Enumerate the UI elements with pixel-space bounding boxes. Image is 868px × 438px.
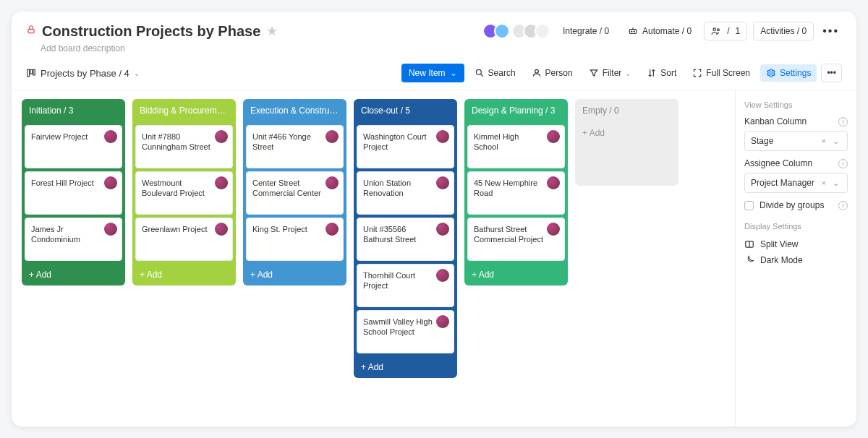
add-card-button[interactable]: + Add [354, 356, 457, 378]
kanban-card[interactable]: Washington Court Project [357, 125, 454, 168]
add-card-button[interactable]: + Add [464, 264, 568, 285]
kanban-card[interactable]: Fairview Project [25, 125, 122, 168]
svg-point-4 [713, 28, 716, 31]
chevron-down-icon: ⌄ [134, 69, 140, 77]
assignee-column-label: Assignee Column i [744, 158, 848, 168]
column-header[interactable]: Close-out / 5 [354, 99, 457, 122]
kanban-card[interactable]: 45 New Hemphire Road [467, 171, 565, 215]
add-card-button[interactable]: + Add [243, 264, 346, 285]
kanban-card[interactable]: Thornhill Court Project [357, 264, 454, 307]
svg-rect-8 [33, 69, 35, 75]
assignee-avatar[interactable] [326, 176, 339, 189]
view-selector[interactable]: Projects by Phase / 4 ⌄ [26, 68, 140, 79]
filter-icon [589, 68, 599, 78]
info-icon[interactable]: i [838, 201, 848, 210]
kanban-card[interactable]: Bathurst Street Commercial Project [467, 218, 565, 261]
search-button[interactable]: Search [469, 64, 522, 82]
kanban-card[interactable]: Sawmill Valley High School Project [357, 310, 454, 353]
kanban-card[interactable]: James Jr Condominium [25, 218, 122, 261]
add-card-button[interactable]: + Add [132, 264, 236, 285]
svg-point-2 [631, 31, 632, 32]
card-title: Kimmel High School [474, 132, 558, 153]
fullscreen-label: Full Screen [706, 68, 750, 78]
checkbox-box [744, 201, 754, 210]
person-filter-button[interactable]: Person [526, 64, 579, 82]
kanban-card[interactable]: Kimmel High School [467, 125, 565, 168]
clear-caret: × ⌄ [822, 179, 841, 188]
assignee-avatar[interactable] [436, 223, 449, 236]
clear-caret: × ⌄ [822, 137, 841, 146]
fullscreen-button[interactable]: Full Screen [686, 64, 756, 82]
split-view-toggle[interactable]: Split View [744, 236, 848, 252]
assignee-avatar[interactable] [326, 223, 339, 236]
settings-button[interactable]: Settings [760, 64, 817, 82]
sort-button[interactable]: Sort [641, 64, 682, 82]
column-header[interactable]: Bidding & Procurement / 3 [132, 99, 236, 122]
filter-button[interactable]: Filter ⌄ [583, 64, 637, 82]
robot-icon [628, 26, 638, 36]
kanban-card[interactable]: Greenlawn Project [135, 218, 233, 261]
assignee-avatar[interactable] [547, 130, 560, 143]
info-icon[interactable]: i [838, 159, 848, 168]
kanban-column-label: Kanban Column i [744, 116, 848, 126]
kanban-card[interactable]: Union Station Renovation [357, 171, 454, 215]
header-avatars-2[interactable] [516, 23, 550, 39]
divide-by-groups-checkbox[interactable]: Divide by groups i [744, 200, 848, 210]
integrate-button[interactable]: Integrate / 0 [556, 22, 616, 40]
card-title: Bathurst Street Commercial Project [474, 224, 558, 245]
assignee-column-select[interactable]: Project Manager × ⌄ [744, 173, 848, 193]
assignee-avatar[interactable] [547, 176, 560, 189]
assignee-avatar[interactable] [436, 269, 449, 282]
board-description[interactable]: Add board description [12, 43, 856, 59]
kanban-card[interactable]: Westmount Boulevard Project [135, 171, 233, 215]
gear-icon [766, 68, 776, 78]
kanban-card[interactable]: Unit #35566 Bathurst Street [357, 218, 454, 261]
kanban-column-select[interactable]: Stage × ⌄ [744, 131, 848, 151]
kanban-card[interactable]: Unit #466 Yonge Street [246, 125, 344, 168]
kanban-card[interactable]: Center Street Commercial Center [246, 171, 344, 215]
activities-button[interactable]: Activities / 0 [753, 22, 814, 40]
info-icon[interactable]: i [838, 117, 848, 126]
automate-button[interactable]: Automate / 0 [621, 22, 698, 40]
add-card-button[interactable]: + Add [22, 264, 125, 285]
add-card-button[interactable]: + Add [575, 122, 678, 144]
star-icon[interactable]: ★ [266, 23, 278, 39]
column-header[interactable]: Execution & Constructio... [243, 99, 346, 122]
kanban-card[interactable]: King St. Project [246, 218, 344, 261]
svg-rect-7 [30, 69, 33, 74]
toolbar-more-button[interactable]: ••• [821, 64, 842, 82]
app-window: Construction Projects by Phase ★ Integra… [12, 12, 856, 426]
assignee-avatar[interactable] [436, 315, 449, 328]
card-title: Center Street Commercial Center [252, 178, 337, 199]
assignee-avatar[interactable] [104, 176, 117, 189]
assignee-avatar[interactable] [104, 223, 117, 236]
assignee-avatar[interactable] [215, 176, 228, 189]
board-title: Construction Projects by Phase [42, 23, 260, 40]
kanban-card[interactable]: Unit #7880 Cunningham Street [135, 125, 233, 168]
column-header[interactable]: Initiation / 3 [22, 99, 125, 122]
header-more-button[interactable]: ••• [820, 25, 842, 38]
assignee-avatar[interactable] [215, 130, 228, 143]
dark-mode-toggle[interactable]: Dark Mode [744, 252, 848, 268]
split-label: Split View [760, 239, 798, 249]
people-icon [711, 26, 721, 36]
svg-rect-0 [28, 29, 34, 33]
svg-point-5 [718, 29, 720, 31]
lock-icon [26, 25, 36, 38]
column-header[interactable]: Design & Planning / 3 [464, 99, 568, 122]
assignee-avatar[interactable] [215, 223, 228, 236]
card-title: 45 New Hemphire Road [474, 178, 558, 199]
header-avatars[interactable] [487, 23, 510, 39]
assignee-avatar[interactable] [104, 130, 117, 143]
settings-label: Settings [780, 68, 811, 78]
assignee-avatar[interactable] [547, 223, 560, 236]
assignee-avatar[interactable] [436, 176, 449, 189]
column-header[interactable]: Empty / 0 [575, 99, 678, 122]
assignee-avatar[interactable] [326, 130, 339, 143]
new-item-button[interactable]: New Item ⌄ [401, 64, 464, 82]
members-button[interactable]: / 1 [704, 22, 747, 40]
assignee-avatar[interactable] [436, 130, 449, 143]
kanban-card[interactable]: Forest Hill Project [25, 171, 122, 215]
card-title: Union Station Renovation [363, 178, 448, 199]
card-title: Unit #7880 Cunningham Street [142, 132, 226, 153]
